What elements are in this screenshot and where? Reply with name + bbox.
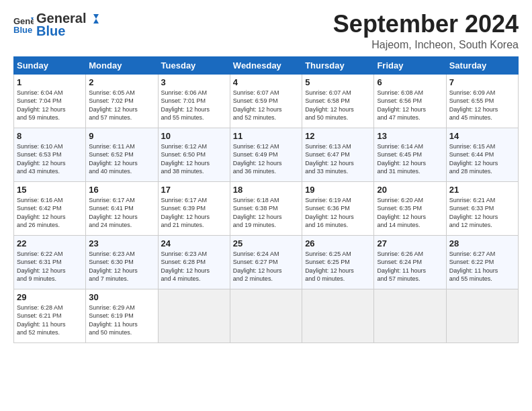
title-block: September 2024 Hajeom, Incheon, South Ko… — [333, 11, 519, 51]
day-cell: 23 Sunrise: 6:23 AMSunset: 6:30 PMDaylig… — [86, 235, 158, 289]
day-info: Sunrise: 6:25 AMSunset: 6:25 PMDaylight:… — [305, 250, 371, 283]
day-number: 15 — [17, 185, 83, 195]
day-cell: 16 Sunrise: 6:17 AMSunset: 6:41 PMDaylig… — [86, 181, 158, 235]
col-saturday: Saturday — [446, 56, 518, 74]
day-info: Sunrise: 6:12 AMSunset: 6:49 PMDaylight:… — [233, 142, 299, 176]
day-cell: 5 Sunrise: 6:07 AMSunset: 6:58 PMDayligh… — [302, 74, 374, 128]
day-cell: 2 Sunrise: 6:05 AMSunset: 7:02 PMDayligh… — [86, 74, 158, 128]
day-number: 30 — [89, 292, 154, 302]
day-number: 3 — [161, 77, 227, 87]
header-row: Sunday Monday Tuesday Wednesday Thursday… — [14, 56, 519, 74]
empty-cell — [446, 289, 518, 342]
day-number: 18 — [233, 185, 299, 195]
table-row: 22 Sunrise: 6:22 AMSunset: 6:31 PMDaylig… — [14, 235, 519, 289]
day-info: Sunrise: 6:08 AMSunset: 6:56 PMDaylight:… — [377, 89, 443, 122]
table-row: 15 Sunrise: 6:16 AMSunset: 6:42 PMDaylig… — [14, 181, 519, 235]
day-number: 16 — [89, 185, 154, 195]
header: General Blue General Blue September 2024… — [13, 11, 519, 51]
empty-cell — [302, 289, 374, 342]
day-cell: 4 Sunrise: 6:07 AMSunset: 6:59 PMDayligh… — [230, 74, 302, 128]
day-cell: 3 Sunrise: 6:06 AMSunset: 7:01 PMDayligh… — [158, 74, 230, 128]
day-number: 14 — [449, 131, 515, 141]
day-info: Sunrise: 6:26 AMSunset: 6:24 PMDaylight:… — [377, 250, 443, 283]
day-cell: 20 Sunrise: 6:20 AMSunset: 6:35 PMDaylig… — [374, 181, 446, 235]
day-number: 12 — [305, 131, 371, 141]
day-cell: 28 Sunrise: 6:27 AMSunset: 6:22 PMDaylig… — [446, 235, 518, 289]
svg-marker-3 — [93, 14, 99, 24]
day-info: Sunrise: 6:16 AMSunset: 6:42 PMDaylight:… — [17, 196, 83, 230]
day-info: Sunrise: 6:07 AMSunset: 6:59 PMDaylight:… — [233, 89, 299, 122]
day-info: Sunrise: 6:28 AMSunset: 6:21 PMDaylight:… — [17, 304, 83, 337]
day-number: 23 — [89, 238, 154, 248]
day-cell: 7 Sunrise: 6:09 AMSunset: 6:55 PMDayligh… — [446, 74, 518, 128]
day-number: 17 — [161, 185, 227, 195]
location: Hajeom, Incheon, South Korea — [333, 39, 519, 51]
month-title: September 2024 — [333, 11, 519, 38]
day-info: Sunrise: 6:10 AMSunset: 6:53 PMDaylight:… — [17, 142, 83, 176]
day-cell: 1 Sunrise: 6:04 AMSunset: 7:04 PMDayligh… — [14, 74, 86, 128]
day-info: Sunrise: 6:23 AMSunset: 6:28 PMDaylight:… — [161, 250, 227, 283]
day-info: Sunrise: 6:14 AMSunset: 6:45 PMDaylight:… — [377, 142, 443, 176]
day-number: 19 — [305, 185, 371, 195]
day-cell: 18 Sunrise: 6:18 AMSunset: 6:38 PMDaylig… — [230, 181, 302, 235]
logo-icon: General Blue — [13, 15, 34, 35]
day-number: 6 — [377, 77, 443, 87]
day-info: Sunrise: 6:20 AMSunset: 6:35 PMDaylight:… — [377, 196, 443, 230]
day-number: 1 — [17, 77, 83, 87]
day-number: 25 — [233, 238, 299, 248]
day-number: 26 — [305, 238, 371, 248]
day-number: 13 — [377, 131, 443, 141]
day-info: Sunrise: 6:09 AMSunset: 6:55 PMDaylight:… — [449, 89, 515, 122]
day-cell: 25 Sunrise: 6:24 AMSunset: 6:27 PMDaylig… — [230, 235, 302, 289]
day-number: 11 — [233, 131, 299, 141]
day-cell: 14 Sunrise: 6:15 AMSunset: 6:44 PMDaylig… — [446, 128, 518, 181]
day-cell: 6 Sunrise: 6:08 AMSunset: 6:56 PMDayligh… — [374, 74, 446, 128]
day-number: 29 — [17, 292, 83, 302]
day-info: Sunrise: 6:19 AMSunset: 6:36 PMDaylight:… — [305, 196, 371, 230]
day-number: 8 — [17, 131, 83, 141]
day-cell: 9 Sunrise: 6:11 AMSunset: 6:52 PMDayligh… — [86, 128, 158, 181]
table-row: 8 Sunrise: 6:10 AMSunset: 6:53 PMDayligh… — [14, 128, 519, 181]
day-info: Sunrise: 6:29 AMSunset: 6:19 PMDaylight:… — [89, 304, 154, 337]
day-cell: 29 Sunrise: 6:28 AMSunset: 6:21 PMDaylig… — [14, 289, 86, 342]
day-info: Sunrise: 6:22 AMSunset: 6:31 PMDaylight:… — [17, 250, 83, 283]
day-info: Sunrise: 6:17 AMSunset: 6:41 PMDaylight:… — [89, 196, 154, 230]
day-info: Sunrise: 6:17 AMSunset: 6:39 PMDaylight:… — [161, 196, 227, 230]
day-number: 20 — [377, 185, 443, 195]
calendar-table: Sunday Monday Tuesday Wednesday Thursday… — [13, 56, 519, 343]
day-cell: 27 Sunrise: 6:26 AMSunset: 6:24 PMDaylig… — [374, 235, 446, 289]
table-row: 29 Sunrise: 6:28 AMSunset: 6:21 PMDaylig… — [14, 289, 519, 342]
day-number: 9 — [89, 131, 154, 141]
calendar-container: General Blue General Blue September 2024… — [0, 0, 532, 350]
day-info: Sunrise: 6:06 AMSunset: 7:01 PMDaylight:… — [161, 89, 227, 122]
table-row: 1 Sunrise: 6:04 AMSunset: 7:04 PMDayligh… — [14, 74, 519, 128]
empty-cell — [374, 289, 446, 342]
empty-cell — [230, 289, 302, 342]
day-info: Sunrise: 6:23 AMSunset: 6:30 PMDaylight:… — [89, 250, 154, 283]
logo-chevron — [87, 13, 99, 25]
day-cell: 21 Sunrise: 6:21 AMSunset: 6:33 PMDaylig… — [446, 181, 518, 235]
logo: General Blue General Blue — [13, 11, 99, 39]
day-info: Sunrise: 6:18 AMSunset: 6:38 PMDaylight:… — [233, 196, 299, 230]
day-number: 2 — [89, 77, 154, 87]
col-thursday: Thursday — [302, 56, 374, 74]
day-number: 21 — [449, 185, 515, 195]
day-number: 5 — [305, 77, 371, 87]
day-info: Sunrise: 6:04 AMSunset: 7:04 PMDaylight:… — [17, 89, 83, 122]
day-info: Sunrise: 6:15 AMSunset: 6:44 PMDaylight:… — [449, 142, 515, 176]
empty-cell — [158, 289, 230, 342]
day-number: 7 — [449, 77, 515, 87]
col-wednesday: Wednesday — [230, 56, 302, 74]
col-tuesday: Tuesday — [158, 56, 230, 74]
day-number: 27 — [377, 238, 443, 248]
day-info: Sunrise: 6:21 AMSunset: 6:33 PMDaylight:… — [449, 196, 515, 230]
day-info: Sunrise: 6:24 AMSunset: 6:27 PMDaylight:… — [233, 250, 299, 283]
col-monday: Monday — [86, 56, 158, 74]
day-cell: 10 Sunrise: 6:12 AMSunset: 6:50 PMDaylig… — [158, 128, 230, 181]
day-info: Sunrise: 6:12 AMSunset: 6:50 PMDaylight:… — [161, 142, 227, 176]
day-number: 10 — [161, 131, 227, 141]
day-cell: 11 Sunrise: 6:12 AMSunset: 6:49 PMDaylig… — [230, 128, 302, 181]
day-info: Sunrise: 6:13 AMSunset: 6:47 PMDaylight:… — [305, 142, 371, 176]
col-sunday: Sunday — [14, 56, 86, 74]
day-info: Sunrise: 6:07 AMSunset: 6:58 PMDaylight:… — [305, 89, 371, 122]
